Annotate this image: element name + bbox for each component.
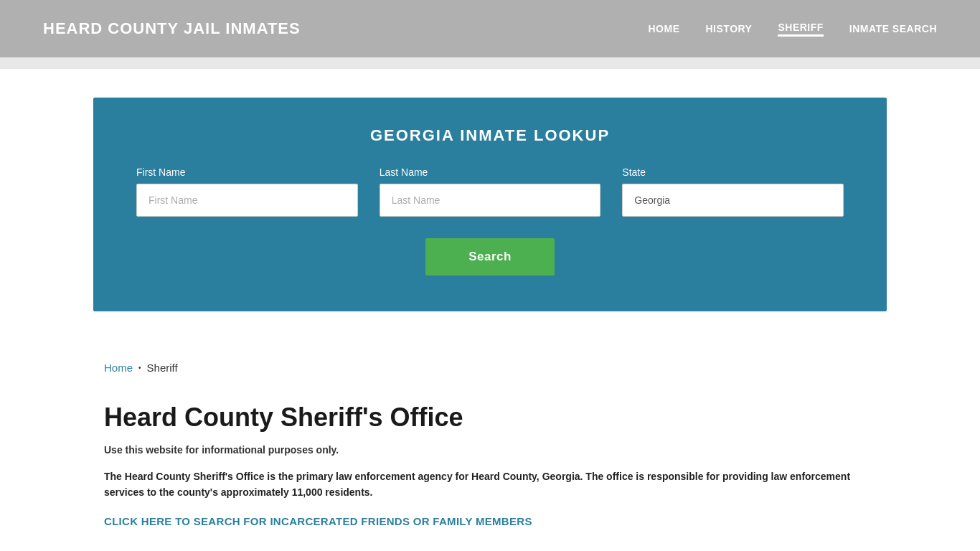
main-nav: HOME HISTORY SHERIFF INMATE SEARCH [649,22,938,37]
site-title: HEARD COUNTY JAIL INMATES [43,19,301,38]
first-name-label: First Name [136,166,358,178]
nav-sheriff[interactable]: SHERIFF [778,22,823,37]
last-name-group: Last Name [380,166,601,217]
search-section: GEORGIA INMATE LOOKUP First Name Last Na… [93,98,887,311]
disclaimer-text: Use this website for informational purpo… [104,444,876,456]
breadcrumb: Home • Sheriff [0,340,980,388]
state-label: State [622,166,844,178]
nav-history[interactable]: HISTORY [706,23,753,34]
last-name-input[interactable] [380,184,601,217]
last-name-label: Last Name [380,166,601,178]
main-content: Heard County Sheriff's Office Use this w… [0,388,980,551]
search-button[interactable]: Search [425,238,555,276]
breadcrumb-current: Sheriff [147,362,178,374]
sub-header-strip [0,57,980,69]
description-text: The Heard County Sheriff's Office is the… [104,468,876,501]
site-header: HEARD COUNTY JAIL INMATES HOME HISTORY S… [0,0,980,57]
nav-inmate-search[interactable]: INMATE SEARCH [849,23,937,34]
state-group: State [622,166,844,217]
nav-home[interactable]: HOME [649,23,680,34]
first-name-input[interactable] [136,184,358,217]
state-input[interactable] [622,184,844,217]
breadcrumb-separator: • [138,364,141,372]
search-form-row: First Name Last Name State [136,166,844,217]
cta-search-link[interactable]: CLICK HERE to Search for Incarcerated Fr… [104,515,532,527]
first-name-group: First Name [136,166,358,217]
page-title: Heard County Sheriff's Office [104,402,876,433]
breadcrumb-home[interactable]: Home [104,362,133,374]
search-heading: GEORGIA INMATE LOOKUP [136,126,844,145]
search-button-row: Search [136,238,844,276]
